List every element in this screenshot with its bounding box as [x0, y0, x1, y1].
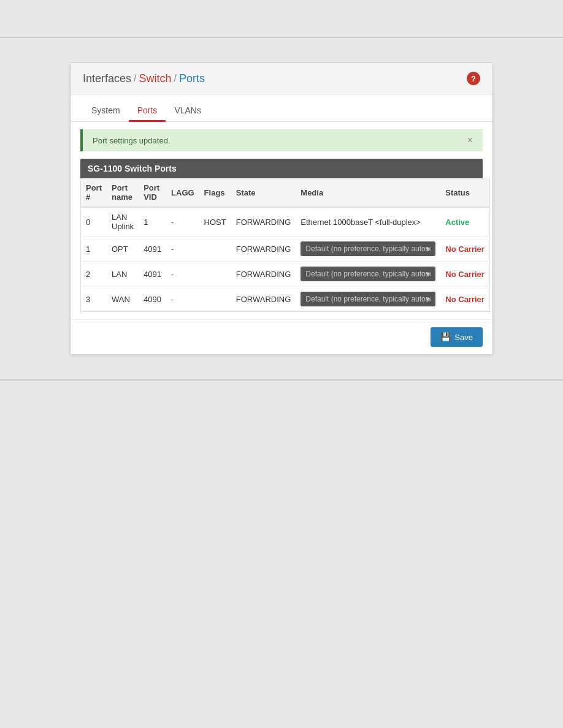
cell-lagg: - [166, 287, 199, 312]
status-badge-no-carrier: No Carrier [445, 245, 484, 254]
cell-port-num: 3 [81, 287, 107, 312]
status-badge-no-carrier: No Carrier [445, 295, 484, 304]
cell-lagg: - [166, 237, 199, 262]
save-icon: 💾 [440, 332, 451, 342]
tabs-container: System Ports VLANs [71, 94, 492, 122]
col-state: State [231, 178, 296, 207]
breadcrumb-switch: Switch [139, 72, 172, 85]
cell-flags [199, 262, 231, 287]
media-select-wrapper: Default (no preference, typically autose… [301, 241, 435, 256]
status-badge-no-carrier: No Carrier [445, 270, 484, 279]
media-select-3[interactable]: Default (no preference, typically autose… [301, 292, 435, 306]
table-row: 1 OPT 4091 - FORWARDING Default (no pref… [81, 237, 490, 262]
cell-port-vid: 1 [139, 207, 166, 237]
cell-flags: HOST [199, 207, 231, 237]
tab-vlans[interactable]: VLANs [166, 100, 210, 122]
cell-media: Default (no preference, typically autose… [296, 262, 440, 287]
cell-lagg: - [166, 262, 199, 287]
media-select-1[interactable]: Default (no preference, typically autose… [301, 241, 435, 256]
cell-flags [199, 287, 231, 312]
cell-media: Default (no preference, typically autose… [296, 287, 440, 312]
cell-port-num: 0 [81, 207, 107, 237]
cell-media: Ethernet 1000baseT <full-duplex> [296, 207, 440, 237]
cell-port-vid: 4091 [139, 237, 166, 262]
col-flags: Flags [199, 178, 231, 207]
table-header-row: Port # Port name Port VID LAGG Flags Sta… [81, 178, 490, 207]
cell-state: FORWARDING [231, 287, 296, 312]
cell-media: Default (no preference, typically autose… [296, 237, 440, 262]
table-row: 2 LAN 4091 - FORWARDING Default (no pref… [81, 262, 490, 287]
col-lagg: LAGG [166, 178, 199, 207]
alert-success: Port settings updated. × [80, 129, 483, 151]
tab-ports[interactable]: Ports [129, 100, 166, 122]
breadcrumb-interfaces: Interfaces [83, 72, 131, 85]
table-title: SG-1100 Switch Ports [80, 159, 483, 178]
help-icon[interactable]: ? [467, 72, 480, 85]
col-port-name: Port name [107, 178, 139, 207]
card-footer: 💾 Save [71, 319, 492, 354]
cell-port-name: LAN [107, 262, 139, 287]
breadcrumb-sep2: / [174, 73, 177, 84]
top-rule [0, 37, 563, 38]
cell-port-num: 1 [81, 237, 107, 262]
col-port-vid: Port VID [139, 178, 166, 207]
cell-port-num: 2 [81, 262, 107, 287]
save-button[interactable]: 💾 Save [431, 327, 483, 347]
col-status: Status [440, 178, 489, 207]
cell-lagg: - [166, 207, 199, 237]
save-label: Save [454, 333, 473, 342]
cell-status: Active [440, 207, 489, 237]
col-media: Media [296, 178, 440, 207]
bottom-rule [0, 379, 563, 381]
cell-status: No Carrier [440, 287, 489, 312]
ports-table-section: SG-1100 Switch Ports Port # Port name Po… [80, 159, 483, 312]
media-select-wrapper: Default (no preference, typically autose… [301, 292, 435, 306]
ports-table: Port # Port name Port VID LAGG Flags Sta… [80, 178, 490, 312]
status-badge-active: Active [445, 218, 469, 227]
table-row: 0 LAN Uplink 1 - HOST FORWARDING Etherne… [81, 207, 490, 237]
cell-flags [199, 237, 231, 262]
cell-port-name: WAN [107, 287, 139, 312]
main-card: Interfaces / Switch / Ports ? System Por… [70, 63, 493, 355]
table-row: 3 WAN 4090 - FORWARDING Default (no pref… [81, 287, 490, 312]
cell-status: No Carrier [440, 262, 489, 287]
cell-port-name: LAN Uplink [107, 207, 139, 237]
tab-system[interactable]: System [83, 100, 129, 122]
cell-status: No Carrier [440, 237, 489, 262]
cell-port-vid: 4091 [139, 262, 166, 287]
cell-state: FORWARDING [231, 237, 296, 262]
cell-port-name: OPT [107, 237, 139, 262]
alert-message: Port settings updated. [93, 136, 170, 145]
media-select-2[interactable]: Default (no preference, typically autose… [301, 267, 435, 281]
breadcrumb-sep1: / [134, 73, 136, 84]
col-port-num: Port # [81, 178, 107, 207]
media-select-wrapper: Default (no preference, typically autose… [301, 267, 435, 281]
card-header: Interfaces / Switch / Ports ? [71, 63, 492, 94]
cell-port-vid: 4090 [139, 287, 166, 312]
breadcrumb-ports: Ports [179, 72, 205, 85]
breadcrumb: Interfaces / Switch / Ports [83, 72, 205, 85]
cell-state: FORWARDING [231, 262, 296, 287]
cell-state: FORWARDING [231, 207, 296, 237]
alert-close-button[interactable]: × [467, 135, 473, 145]
